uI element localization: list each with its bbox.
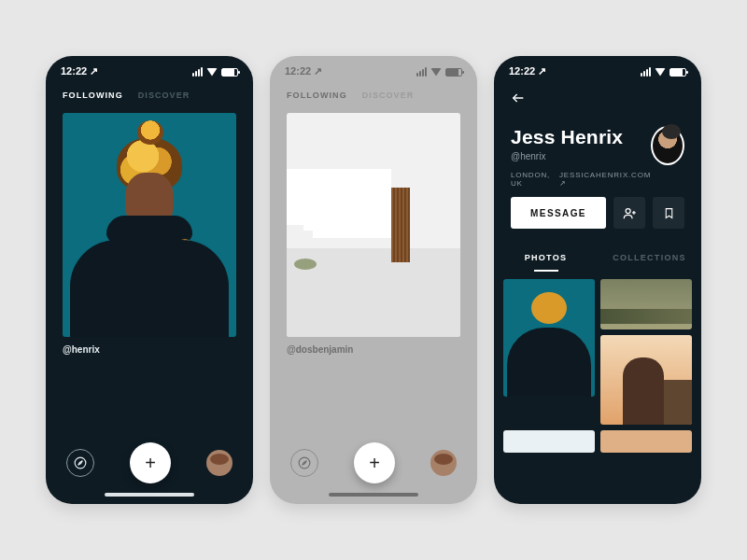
tab-following[interactable]: FOLLOWING (287, 91, 347, 100)
status-icons (192, 67, 238, 77)
svg-point-2 (299, 457, 310, 469)
signal-icon (641, 67, 651, 77)
profile-actions: MESSAGE (494, 197, 701, 229)
svg-point-0 (75, 457, 86, 469)
signal-icon (416, 67, 427, 77)
status-icons (641, 67, 686, 77)
photo-tile[interactable] (503, 430, 595, 453)
profile-handle: @henrix (511, 151, 651, 161)
wifi-icon (206, 68, 218, 77)
feed-tabs: FOLLOWING DISCOVER (270, 81, 477, 105)
profile-header: Jess Henrix @henrix LONDON, UK JESSICAHE… (494, 109, 701, 197)
battery-icon (221, 68, 238, 77)
wifi-icon (430, 68, 442, 77)
tab-photos[interactable]: PHOTOS (494, 244, 598, 272)
back-button[interactable] (509, 91, 528, 105)
status-bar: 12:22 ↗ (494, 56, 701, 81)
photo-tile[interactable] (600, 430, 692, 453)
status-bar: 12:22 ↗ (46, 56, 253, 81)
photo-tile[interactable] (503, 279, 595, 397)
bookmark-icon (663, 206, 675, 220)
explore-button[interactable] (66, 449, 94, 477)
plus-icon: + (145, 453, 156, 474)
status-bar: 12:22 ↗ (270, 56, 477, 81)
status-time: 12:22 ↗ (61, 65, 98, 77)
profile-avatar-button[interactable] (430, 450, 457, 476)
status-time: 12:22 ↗ (509, 65, 546, 77)
svg-marker-3 (303, 461, 307, 466)
location-arrow-icon: ↗ (90, 65, 98, 77)
photo-grid (494, 272, 701, 453)
photo-tile[interactable] (600, 279, 692, 329)
battery-icon (669, 68, 686, 77)
plus-icon: + (369, 453, 380, 474)
status-time: 12:22 ↗ (285, 65, 322, 77)
external-link-icon: ↗ (559, 179, 567, 188)
follow-button[interactable] (613, 197, 645, 229)
feed-card-author[interactable]: @henrix (46, 337, 253, 362)
feed-card-author[interactable]: @dosbenjamin (270, 337, 477, 362)
bottom-bar: + (270, 433, 477, 489)
svg-point-5 (626, 208, 630, 213)
screen-following-dark: 12:22 ↗ FOLLOWING DISCOVER @henrix + (46, 56, 253, 504)
add-post-button[interactable]: + (130, 442, 171, 483)
screen-profile: 12:22 ↗ Jess Henrix @henrix LONDON, UK J… (494, 56, 701, 504)
tab-collections[interactable]: COLLECTIONS (598, 244, 701, 272)
profile-avatar[interactable] (651, 126, 684, 165)
feed-card[interactable] (287, 113, 460, 337)
message-button[interactable]: MESSAGE (511, 197, 606, 229)
user-plus-icon (623, 206, 637, 220)
feed-card[interactable] (63, 113, 236, 337)
profile-tabs: PHOTOS COLLECTIONS (494, 244, 701, 272)
svg-marker-1 (78, 461, 83, 466)
screen-following-light: 12:22 ↗ FOLLOWING DISCOVER @dosbenjamin … (270, 56, 477, 504)
bottom-bar: + (46, 433, 253, 489)
tab-following[interactable]: FOLLOWING (63, 91, 123, 100)
bookmark-button[interactable] (653, 197, 684, 229)
photo-tile[interactable] (600, 335, 692, 425)
location-arrow-icon: ↗ (314, 65, 322, 77)
profile-website[interactable]: JESSICAHENRIX.COM ↗ (559, 171, 651, 188)
add-post-button[interactable]: + (354, 442, 395, 483)
location-arrow-icon: ↗ (538, 65, 546, 77)
profile-avatar-button[interactable] (206, 450, 233, 476)
wifi-icon (655, 68, 666, 77)
tab-discover[interactable]: DISCOVER (362, 91, 415, 100)
compass-icon (74, 456, 87, 469)
profile-name: Jess Henrix (511, 126, 651, 148)
profile-location: LONDON, UK (511, 171, 550, 188)
home-indicator (105, 493, 194, 497)
battery-icon (445, 68, 462, 77)
compass-icon (298, 456, 311, 469)
tab-discover[interactable]: DISCOVER (138, 91, 190, 100)
feed-tabs: FOLLOWING DISCOVER (46, 81, 253, 105)
status-icons (416, 67, 462, 77)
home-indicator (329, 493, 418, 497)
explore-button[interactable] (290, 449, 318, 477)
signal-icon (192, 67, 203, 77)
